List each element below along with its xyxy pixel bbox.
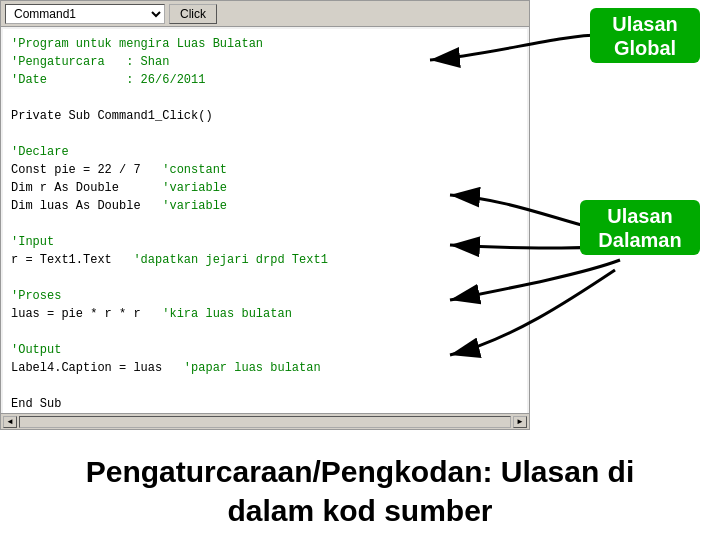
bottom-line1: Pengaturcaraan/Pengkodan: Ulasan di xyxy=(0,452,720,491)
object-select[interactable]: Command1 xyxy=(5,4,165,24)
code-line: Const pie = 22 / 7 'constant xyxy=(11,161,519,179)
click-button[interactable]: Click xyxy=(169,4,217,24)
bottom-line2: dalam kod sumber xyxy=(0,491,720,530)
callout-dalaman-label: UlasanDalaman xyxy=(598,204,681,252)
code-line: 'Proses xyxy=(11,287,519,305)
callout-dalaman: UlasanDalaman xyxy=(580,200,700,255)
code-line: 'Declare xyxy=(11,143,519,161)
callout-global-label: UlasanGlobal xyxy=(612,12,678,60)
main-container: Command1 Click 'Program untuk mengira Lu… xyxy=(0,0,720,540)
code-line: luas = pie * r * r 'kira luas bulatan xyxy=(11,305,519,323)
code-line: Label4.Caption = luas 'papar luas bulata… xyxy=(11,359,519,377)
bottom-caption: Pengaturcaraan/Pengkodan: Ulasan di dala… xyxy=(0,452,720,530)
code-line xyxy=(11,377,519,395)
code-line xyxy=(11,125,519,143)
code-line: 'Output xyxy=(11,341,519,359)
scroll-left-btn[interactable]: ◄ xyxy=(3,416,17,428)
code-editor: Command1 Click 'Program untuk mengira Lu… xyxy=(0,0,530,430)
code-line: Dim r As Double 'variable xyxy=(11,179,519,197)
callout-global: UlasanGlobal xyxy=(590,8,700,63)
editor-toolbar: Command1 Click xyxy=(1,1,529,27)
code-line xyxy=(11,89,519,107)
horizontal-scrollbar[interactable]: ◄ ► xyxy=(1,413,529,429)
code-line xyxy=(11,215,519,233)
code-line xyxy=(11,323,519,341)
code-line: r = Text1.Text 'dapatkan jejari drpd Tex… xyxy=(11,251,519,269)
code-line: Private Sub Command1_Click() xyxy=(11,107,519,125)
scroll-track[interactable] xyxy=(19,416,511,428)
code-line: 'Pengaturcara : Shan xyxy=(11,53,519,71)
code-content: 'Program untuk mengira Luas Bulatan 'Pen… xyxy=(3,29,527,423)
code-line: 'Input xyxy=(11,233,519,251)
code-line: Dim luas As Double 'variable xyxy=(11,197,519,215)
code-line xyxy=(11,269,519,287)
code-line: 'Program untuk mengira Luas Bulatan xyxy=(11,35,519,53)
code-line: 'Date : 26/6/2011 xyxy=(11,71,519,89)
code-line: End Sub xyxy=(11,395,519,413)
scroll-right-btn[interactable]: ► xyxy=(513,416,527,428)
